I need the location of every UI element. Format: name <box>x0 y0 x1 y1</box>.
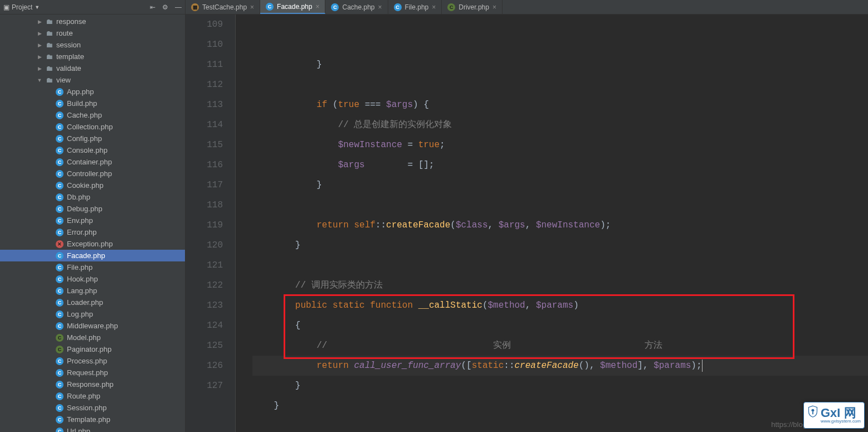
tab-TestCache.php[interactable]: ▦TestCache.php× <box>186 0 260 14</box>
dropdown-icon[interactable]: ▼ <box>35 4 40 10</box>
code-line-109[interactable]: } <box>252 55 868 75</box>
tree-file-Hook.php[interactable]: CHook.php <box>0 273 185 285</box>
tree-folder-view[interactable]: ▼🖿view <box>0 74 185 86</box>
tree-file-Model.php[interactable]: CModel.php <box>0 332 185 343</box>
site-logo: GxI 网 www.gxlsystem.com <box>803 402 865 429</box>
close-icon[interactable]: × <box>492 3 496 11</box>
project-tree[interactable]: ▶🖿response▶🖿route▶🖿session▶🖿template▶🖿va… <box>0 14 185 432</box>
close-icon[interactable]: × <box>378 3 382 11</box>
close-icon[interactable]: × <box>432 3 436 11</box>
tree-file-Exception.php[interactable]: ✕Exception.php <box>0 238 185 250</box>
tree-folder-validate[interactable]: ▶🖿validate <box>0 62 185 74</box>
tree-file-Debug.php[interactable]: CDebug.php <box>0 203 185 215</box>
code-line-114[interactable]: $args = []; <box>252 155 868 175</box>
code-line-111[interactable]: if (true === $args) { <box>252 95 868 115</box>
tree-file-Build.php[interactable]: CBuild.php <box>0 98 185 109</box>
tree-file-Middleware.php[interactable]: CMiddleware.php <box>0 320 185 332</box>
tree-file-Request.php[interactable]: CRequest.php <box>0 367 185 378</box>
editor-tabs: ▦TestCache.php×CFacade.php×CCache.php×CF… <box>186 0 868 14</box>
tree-file-Url.php[interactable]: CUrl.php <box>0 425 185 432</box>
code-line-118[interactable]: } <box>252 235 868 255</box>
tree-file-Session.php[interactable]: CSession.php <box>0 402 185 414</box>
code-line-116[interactable] <box>252 195 868 215</box>
tree-file-Route.php[interactable]: CRoute.php <box>0 390 185 402</box>
tree-file-Log.php[interactable]: CLog.php <box>0 308 185 320</box>
code-editor[interactable]: 1091101111121131141151161171181191201211… <box>186 14 868 432</box>
tree-folder-route[interactable]: ▶🖿route <box>0 27 185 39</box>
tree-file-Controller.php[interactable]: CController.php <box>0 168 185 179</box>
code-line-113[interactable]: $newInstance = true; <box>252 135 868 155</box>
tree-file-Error.php[interactable]: CError.php <box>0 226 185 238</box>
tree-file-Lang.php[interactable]: CLang.php <box>0 285 185 297</box>
code-line-124[interactable]: return call_user_func_array([static::cre… <box>252 356 868 376</box>
logo-text-big: GxI 网 <box>821 407 861 419</box>
code-line-123[interactable]: // 实例 方法 <box>252 336 868 356</box>
tab-File.php[interactable]: CFile.php× <box>388 0 442 14</box>
sidebar-header: ▣ Project ▼ ⇤ ⚙ — <box>0 0 185 14</box>
collapse-icon[interactable]: ⇤ <box>150 3 155 11</box>
tree-file-Env.php[interactable]: CEnv.php <box>0 215 185 226</box>
svg-point-0 <box>811 409 814 412</box>
code-line-117[interactable]: return self::createFacade($class, $args,… <box>252 215 868 235</box>
tree-file-Cache.php[interactable]: CCache.php <box>0 109 185 121</box>
tree-file-Facade.php[interactable]: CFacade.php <box>0 250 185 261</box>
shield-icon <box>807 405 818 425</box>
tree-folder-response[interactable]: ▶🖿response <box>0 16 185 27</box>
hide-icon[interactable]: — <box>175 3 182 11</box>
code-line-121[interactable]: public static function __callStatic($met… <box>252 295 868 315</box>
code-line-119[interactable] <box>252 255 868 275</box>
code-content[interactable]: } if (true === $args) { // 总是创建新的实例化对象 $… <box>236 14 868 432</box>
tree-file-File.php[interactable]: CFile.php <box>0 261 185 273</box>
tree-file-Response.php[interactable]: CResponse.php <box>0 378 185 390</box>
tree-folder-session[interactable]: ▶🖿session <box>0 39 185 51</box>
line-numbers: 1091101111121131141151161171181191201211… <box>186 14 236 432</box>
sidebar-title: Project <box>12 3 32 11</box>
close-icon[interactable]: × <box>315 3 319 11</box>
tab-Cache.php[interactable]: CCache.php× <box>325 0 388 14</box>
project-sidebar: ▣ Project ▼ ⇤ ⚙ — ▶🖿response▶🖿route▶🖿ses… <box>0 0 186 432</box>
logo-text-small: www.gxlsystem.com <box>821 419 861 424</box>
gear-icon[interactable]: ⚙ <box>162 3 168 11</box>
tree-file-App.php[interactable]: CApp.php <box>0 86 185 98</box>
tree-file-Db.php[interactable]: CDb.php <box>0 191 185 203</box>
code-line-122[interactable]: { <box>252 315 868 336</box>
code-line-120[interactable]: // 调用实际类的方法 <box>252 275 868 295</box>
tree-file-Process.php[interactable]: CProcess.php <box>0 355 185 367</box>
code-line-126[interactable]: } <box>252 396 868 416</box>
code-line-112[interactable]: // 总是创建新的实例化对象 <box>252 115 868 135</box>
code-line-115[interactable]: } <box>252 175 868 195</box>
tab-Facade.php[interactable]: CFacade.php× <box>260 0 325 14</box>
close-icon[interactable]: × <box>250 3 254 11</box>
tree-file-Loader.php[interactable]: CLoader.php <box>0 297 185 308</box>
tree-file-Container.php[interactable]: CContainer.php <box>0 156 185 168</box>
tree-file-Console.php[interactable]: CConsole.php <box>0 144 185 156</box>
editor-area: ▦TestCache.php×CFacade.php×CCache.php×CF… <box>186 0 868 432</box>
tree-folder-template[interactable]: ▶🖿template <box>0 51 185 62</box>
tree-file-Cookie.php[interactable]: CCookie.php <box>0 179 185 191</box>
tree-file-Template.php[interactable]: CTemplate.php <box>0 414 185 425</box>
tree-file-Collection.php[interactable]: CCollection.php <box>0 121 185 133</box>
code-line-110[interactable] <box>252 75 868 95</box>
code-line-125[interactable]: } <box>252 376 868 396</box>
tree-file-Paginator.php[interactable]: CPaginator.php <box>0 343 185 355</box>
tab-Driver.php[interactable]: CDriver.php× <box>442 0 503 14</box>
project-icon: ▣ <box>3 3 9 11</box>
tree-file-Config.php[interactable]: CConfig.php <box>0 133 185 144</box>
